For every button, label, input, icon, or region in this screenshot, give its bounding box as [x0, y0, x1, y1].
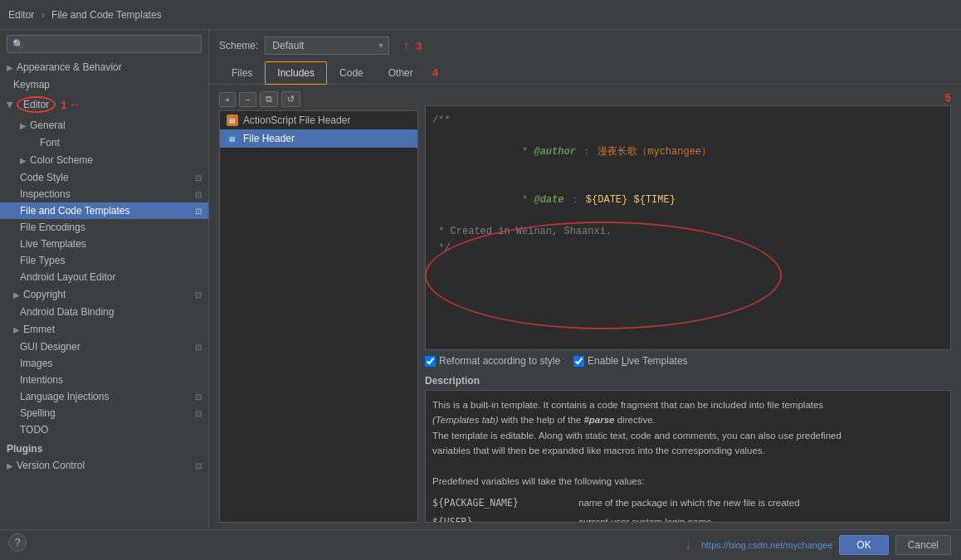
help-button[interactable]: ?: [8, 533, 27, 552]
sidebar-item-label: Android Data Binding: [20, 306, 114, 318]
scheme-select-wrapper[interactable]: Default Project: [265, 37, 389, 55]
add-template-button[interactable]: +: [219, 92, 236, 107]
template-area: + − ⧉ ↺ ▤ ActionScript File Header ▤ Fil…: [209, 85, 961, 529]
plugins-section: Plugins: [0, 438, 208, 456]
scheme-label: Scheme:: [219, 40, 258, 51]
options-row: Reformat according to style Enable Live …: [425, 350, 951, 372]
breadcrumb-parent: Editor: [8, 9, 34, 21]
reformat-checkbox-label[interactable]: Reformat according to style: [425, 355, 560, 367]
sidebar-item-todo[interactable]: TODO: [0, 421, 208, 438]
remove-template-button[interactable]: −: [239, 92, 256, 107]
template-toolbar: + − ⧉ ↺: [219, 91, 418, 107]
sidebar-item-android-layout[interactable]: Android Layout Editor: [0, 269, 208, 285]
tab-files[interactable]: Files: [219, 61, 265, 85]
scheme-select[interactable]: Default Project: [265, 37, 389, 55]
desc-text-2c: directive.: [617, 415, 656, 425]
plugins-label: Plugins: [7, 443, 42, 455]
live-templates-checkbox-label[interactable]: Enable Live Templates: [573, 355, 688, 367]
template-list: + − ⧉ ↺ ▤ ActionScript File Header ▤ Fil…: [219, 91, 418, 523]
template-item-label: ActionScript File Header: [243, 114, 350, 126]
copy-icon: ⊡: [195, 190, 202, 199]
sidebar-item-live-templates[interactable]: Live Templates: [0, 236, 208, 252]
sidebar-item-inspections[interactable]: Inspections ⊡: [0, 186, 208, 202]
sidebar-item-android-data[interactable]: Android Data Binding: [0, 304, 208, 320]
reformat-checkbox[interactable]: [425, 356, 436, 367]
sidebar-item-spelling[interactable]: Spelling ⊡: [0, 405, 208, 421]
reset-template-button[interactable]: ↺: [281, 91, 300, 107]
arrow-annotation: ←: [69, 97, 82, 112]
sidebar-item-label: Language Injections: [20, 391, 109, 402]
sidebar-item-label: General: [30, 119, 66, 131]
sidebar-item-copyright[interactable]: ▶ Copyright ⊡: [0, 285, 208, 304]
tab-other[interactable]: Other: [376, 61, 426, 85]
settings-sidebar: 🔍 ▶ Appearance & Behavior Keymap ▶ Edito…: [0, 30, 209, 529]
sidebar-item-label: Live Templates: [20, 238, 86, 250]
sidebar-item-label: Spelling: [20, 407, 56, 419]
sidebar-item-gui-designer[interactable]: GUI Designer ⊡: [0, 338, 208, 355]
sidebar-item-file-code-templates[interactable]: File and Code Templates ⊡ 2 ←: [0, 202, 208, 219]
sidebar-item-general[interactable]: ▶ General: [0, 116, 208, 134]
code-line-1: /**: [432, 113, 944, 129]
sidebar-item-file-encodings[interactable]: File Encodings: [0, 219, 208, 236]
sidebar-item-lang-injections[interactable]: Language Injections ⊡: [0, 388, 208, 405]
sidebar-item-label: File Encodings: [20, 222, 85, 233]
template-icon: ▤: [227, 114, 238, 126]
tab-includes[interactable]: Includes: [265, 61, 327, 85]
code-line-3: * @date ： ${DATE} ${TIME}: [432, 177, 944, 225]
sidebar-item-editor[interactable]: ▶ Editor 1 ←: [0, 93, 208, 116]
tab-bar: Files Includes Code Other 4: [209, 61, 961, 85]
arrow-annotation-3: ↑: [402, 38, 409, 53]
sidebar-item-label: Version Control: [17, 460, 85, 471]
sidebar-item-intentions[interactable]: Intentions: [0, 372, 208, 388]
arrow-icon: ▶: [13, 290, 20, 299]
live-templates-checkbox[interactable]: [573, 356, 584, 367]
ok-button[interactable]: OK: [839, 535, 888, 555]
description-section: Description This is a built-in template.…: [425, 375, 951, 523]
sidebar-item-appearance[interactable]: ▶ Appearance & Behavior: [0, 58, 208, 76]
tab-label: Other: [388, 67, 413, 79]
reformat-label: Reformat according to style: [439, 355, 560, 367]
copy-icon: ⊡: [195, 207, 202, 216]
code-editor[interactable]: /** * @author ： 漫夜长歌（mychangee） * @date …: [425, 105, 951, 350]
search-box[interactable]: 🔍: [7, 35, 202, 53]
copy-icon: ⊡: [195, 461, 202, 470]
tab-code[interactable]: Code: [327, 61, 376, 85]
copy-template-button[interactable]: ⧉: [260, 91, 278, 107]
sidebar-item-color-scheme[interactable]: ▶ Color Scheme: [0, 151, 208, 169]
breadcrumb: Editor › File and Code Templates: [8, 9, 162, 21]
breadcrumb-current: File and Code Templates: [51, 9, 162, 21]
desc-text-4: variables that will then be expanded lik…: [432, 446, 765, 455]
desc-table: ${PACKAGE_NAME} name of the package in w…: [432, 495, 944, 523]
link-text[interactable]: https://blog.csdn.net/mychangee: [701, 540, 832, 550]
desc-text-6: Predefined variables will take the follo…: [432, 476, 645, 486]
description-box: This is a built-in template. It contains…: [425, 390, 951, 523]
list-item-selected[interactable]: ▤ File Header: [220, 129, 417, 148]
copy-icon: ⊡: [195, 290, 202, 299]
copy-icon: ⊡: [195, 173, 202, 183]
sidebar-item-code-style[interactable]: Code Style ⊡: [0, 169, 208, 186]
sidebar-item-version-control[interactable]: ▶ Version Control ⊡: [0, 456, 208, 475]
editor-panel: 5 /** * @author ： 漫夜长歌（mychangee） * @dat…: [425, 91, 951, 523]
tab-label: Code: [339, 67, 363, 79]
sidebar-item-font[interactable]: Font: [0, 134, 208, 151]
tab-label: Includes: [277, 67, 315, 79]
search-input[interactable]: [27, 38, 196, 50]
code-line-4: * Created in Weinan, Shaanxi.: [432, 224, 944, 240]
template-item-label: File Header: [243, 133, 295, 144]
sidebar-item-file-types[interactable]: File Types: [0, 252, 208, 269]
arrow-icon: ▶: [7, 461, 13, 470]
list-item[interactable]: ▤ ActionScript File Header: [220, 111, 417, 129]
arrow-down-icon: ↓: [685, 538, 691, 553]
template-icon: ▤: [227, 133, 238, 144]
sidebar-item-label: Appearance & Behavior: [17, 61, 122, 73]
breadcrumb-bar: Editor › File and Code Templates: [0, 0, 961, 30]
description-title: Description: [425, 375, 951, 387]
copy-icon: ⊡: [195, 409, 202, 418]
desc-parse: #parse: [583, 415, 614, 425]
sidebar-item-emmet[interactable]: ▶ Emmet: [0, 320, 208, 338]
arrow-icon: ▶: [6, 101, 15, 108]
template-items-list: ▤ ActionScript File Header ▤ File Header: [219, 110, 418, 523]
sidebar-item-images[interactable]: Images: [0, 355, 208, 372]
cancel-button[interactable]: Cancel: [895, 535, 951, 555]
sidebar-item-keymap[interactable]: Keymap: [0, 76, 208, 93]
